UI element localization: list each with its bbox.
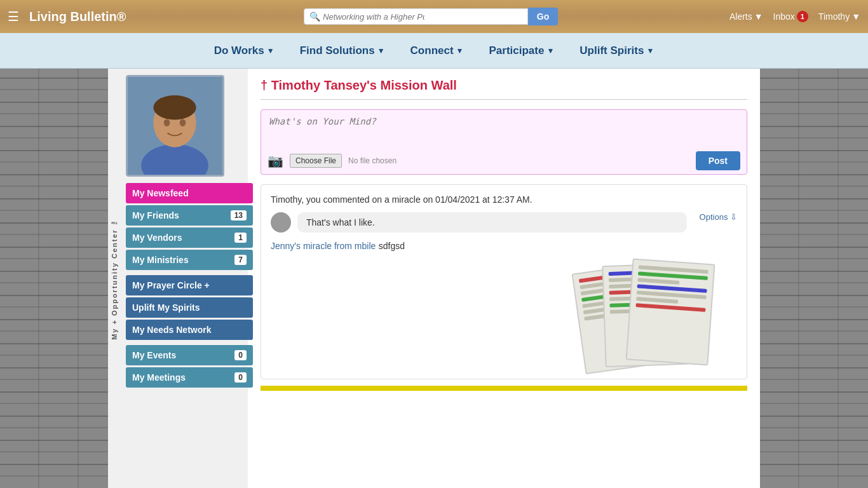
card-line (635, 303, 705, 312)
feed-image-stack (578, 261, 718, 369)
logo: Living Bulletin® (29, 10, 126, 24)
content-area: My + Opportunity Center ™ (0, 69, 868, 488)
my-vendors-count: 1 (234, 233, 247, 243)
feed-link-extra: sdfgsd (379, 241, 405, 251)
feed-header-text: Timothy, you commented on a miracle on 0… (271, 194, 532, 205)
my-meetings-label: My Meetings (132, 372, 186, 383)
svg-point-3 (153, 95, 196, 119)
my-events-button[interactable]: My Events 0 (126, 345, 253, 365)
my-needs-network-button[interactable]: My Needs Network (126, 320, 253, 340)
mission-wall-title: † Timothy Tansey's Mission Wall (261, 78, 747, 93)
my-friends-count: 13 (231, 210, 247, 220)
opportunity-center-label: My + Opportunity Center ™ (111, 217, 118, 340)
card-lines-3 (630, 260, 714, 320)
nav-participate[interactable]: Participate ▼ (489, 44, 554, 57)
my-newsfeed-button[interactable]: My Newsfeed (126, 183, 253, 203)
feed-options-button[interactable]: Options ⇩ (700, 212, 737, 222)
card-line (636, 297, 678, 304)
my-needs-network-label: My Needs Network (132, 325, 211, 335)
right-stone-wall (760, 69, 868, 488)
user-dropdown-arrow: ▼ (851, 11, 860, 22)
sidebar-inner: My Newsfeed My Friends 13 My Vendors 1 M… (126, 75, 243, 388)
uplift-my-spirits-label: Uplift My Spirits (132, 302, 200, 313)
alerts-menu[interactable]: Alerts ▼ (729, 11, 763, 22)
nav-connect[interactable]: Connect ▼ (410, 44, 464, 57)
mission-wall: † Timothy Tansey's Mission Wall 📷 Choose… (248, 69, 760, 488)
my-vendors-label: My Vendors (132, 233, 182, 243)
inbox-menu[interactable]: Inbox 1 (773, 11, 808, 22)
main-content: My + Opportunity Center ™ (108, 69, 760, 488)
nav-connect-label: Connect (410, 44, 454, 57)
nav-uplift-spirits[interactable]: Uplift Spirits ▼ (580, 44, 654, 57)
user-menu[interactable]: Timothy ▼ (818, 11, 860, 22)
my-friends-label: My Friends (132, 210, 179, 220)
feed-link[interactable]: Jenny's miracle from mbile (271, 241, 376, 251)
inbox-label: Inbox (773, 11, 795, 22)
menu-icon[interactable]: ☰ (8, 9, 19, 24)
nav-connect-arrow: ▼ (456, 46, 464, 55)
card-line (637, 278, 679, 285)
header: ☰ Living Bulletin® 🔍 Go Alerts ▼ Inbox 1… (0, 0, 868, 33)
search-icon: 🔍 (309, 11, 320, 22)
nav-do-works-arrow: ▼ (267, 46, 275, 55)
nav-find-solutions-arrow: ▼ (377, 46, 385, 55)
my-events-label: My Events (132, 350, 176, 360)
mission-wall-divider (261, 99, 747, 100)
feed-item: Timothy, you commented on a miracle on 0… (261, 184, 747, 379)
my-ministries-label: My Ministries (132, 255, 189, 265)
camera-icon[interactable]: 📷 (268, 153, 283, 168)
nav-uplift-spirits-label: Uplift Spirits (580, 44, 644, 57)
nav-participate-arrow: ▼ (546, 46, 554, 55)
my-vendors-button[interactable]: My Vendors 1 (126, 227, 253, 248)
feed-avatar (271, 212, 291, 233)
my-friends-button[interactable]: My Friends 13 (126, 205, 253, 226)
bottom-bar (261, 386, 747, 391)
stack-card-3 (626, 259, 715, 366)
search-container: 🔍 Go (304, 8, 558, 25)
no-file-text: No file chosen (348, 156, 397, 165)
nav-do-works-label: Do Works (214, 44, 264, 57)
uplift-my-spirits-button[interactable]: Uplift My Spirits (126, 297, 253, 318)
nav-do-works[interactable]: Do Works ▼ (214, 44, 275, 57)
my-prayer-circle-button[interactable]: My Prayer Circle + (126, 275, 253, 295)
inbox-badge: 1 (797, 11, 808, 22)
search-input[interactable] (323, 12, 424, 22)
svg-point-5 (180, 119, 186, 126)
svg-point-4 (164, 119, 170, 126)
post-area: 📷 Choose File No file chosen Post (261, 109, 747, 175)
nav-find-solutions-label: Find Solutions (300, 44, 375, 57)
post-controls: 📷 Choose File No file chosen Post (261, 147, 747, 174)
profile-picture (126, 75, 224, 177)
user-name: Timothy (818, 11, 850, 22)
my-prayer-circle-label: My Prayer Circle + (132, 280, 210, 290)
alerts-arrow: ▼ (754, 11, 763, 22)
left-sidebar: My + Opportunity Center ™ (108, 69, 248, 488)
feed-header: Timothy, you commented on a miracle on 0… (271, 194, 737, 205)
my-meetings-count: 0 (234, 372, 247, 383)
my-events-count: 0 (234, 350, 247, 360)
left-stone-wall (0, 69, 108, 488)
feed-link-line: Jenny's miracle from mbile sdfgsd (271, 240, 737, 252)
header-right: Alerts ▼ Inbox 1 Timothy ▼ (729, 11, 860, 22)
nav-find-solutions[interactable]: Find Solutions ▼ (300, 44, 385, 57)
my-ministries-button[interactable]: My Ministries 7 (126, 250, 253, 270)
navbar: Do Works ▼ Find Solutions ▼ Connect ▼ Pa… (0, 33, 868, 69)
nav-participate-label: Participate (489, 44, 544, 57)
feed-comment-block: That's what I like. Options ⇩ (271, 212, 737, 233)
my-ministries-count: 7 (234, 255, 247, 265)
nav-uplift-spirits-arrow: ▼ (646, 46, 654, 55)
choose-file-label[interactable]: Choose File (290, 154, 342, 168)
search-box: 🔍 (304, 8, 528, 25)
feed-comment-text: That's what I like. (297, 212, 687, 233)
go-button[interactable]: Go (528, 8, 558, 25)
my-meetings-button[interactable]: My Meetings 0 (126, 367, 253, 388)
my-newsfeed-label: My Newsfeed (132, 188, 189, 198)
post-button[interactable]: Post (696, 151, 740, 170)
post-textarea[interactable] (261, 110, 747, 145)
alerts-label: Alerts (729, 11, 752, 22)
